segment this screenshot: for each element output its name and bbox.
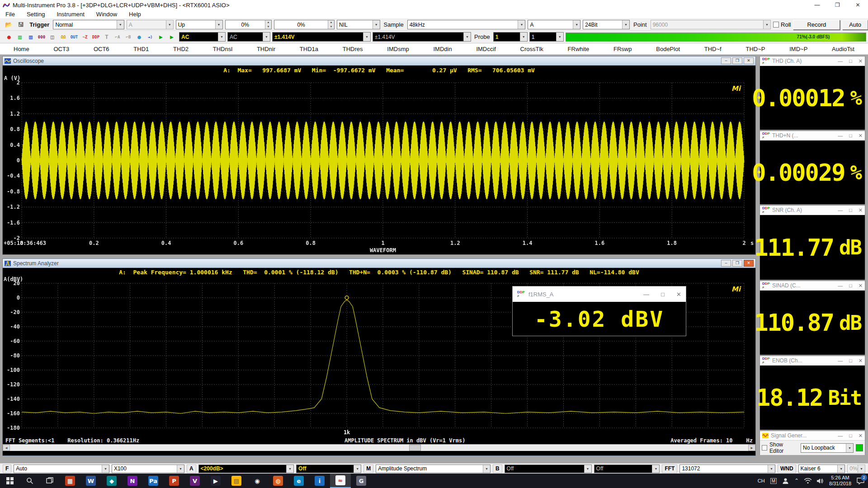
oscilloscope-close-button[interactable]: ✕ — [744, 57, 754, 64]
info-app-taskbar-icon[interactable]: i — [309, 474, 330, 488]
file-explorer-taskbar-icon[interactable]: ▤ — [226, 474, 247, 488]
menu-setting[interactable]: Setting — [27, 11, 45, 18]
loopback-select[interactable]: No Loopback▼ — [801, 443, 854, 453]
window-minimize-button[interactable]: — — [807, 2, 827, 8]
maximize-icon[interactable]: □ — [849, 58, 852, 64]
run-icon[interactable]: ▶ — [156, 33, 166, 42]
window-function-select[interactable]: Kaiser 6▼ — [798, 465, 845, 473]
analysis-mode-select[interactable]: Amplitude Spectrum▼ — [376, 465, 491, 473]
window-close-button[interactable]: ✕ — [848, 2, 868, 8]
spectrum-close-button[interactable]: ✕ — [744, 260, 754, 267]
record-dot-icon[interactable]: ● — [4, 33, 14, 42]
tab-thd1a[interactable]: THD1a — [300, 46, 318, 52]
trigger-mode-select[interactable]: Normal▼ — [53, 20, 124, 29]
task-view-button[interactable] — [40, 474, 60, 488]
action-center-button[interactable]: 2 — [857, 478, 864, 484]
minimize-icon[interactable]: — — [838, 358, 843, 364]
spectrum-analyzer-icon[interactable]: ▥ — [25, 33, 36, 42]
sound-output-icon[interactable]: ◄) — [145, 33, 156, 42]
probe-cal-icon[interactable]: T — [101, 33, 112, 42]
close-icon[interactable]: ✕ — [859, 283, 863, 289]
minimize-icon[interactable]: — — [838, 207, 843, 213]
zoom-select[interactable]: X100▼ — [112, 465, 184, 473]
maximize-icon[interactable]: □ — [849, 358, 852, 364]
spectrum-minimize-button[interactable]: – — [721, 260, 731, 267]
oscilloscope-maximize-button[interactable]: ❐ — [732, 57, 742, 64]
range-display-b-select[interactable]: Off▼ — [505, 465, 592, 473]
tab-frwhite[interactable]: FRwhite — [568, 46, 590, 52]
minimize-icon[interactable]: — — [838, 133, 843, 139]
minimize-icon[interactable]: — — [643, 291, 649, 298]
multimeter-icon[interactable]: 000 — [36, 33, 47, 42]
people-icon[interactable] — [782, 478, 789, 484]
capture-tool-taskbar-icon[interactable]: G — [351, 474, 372, 488]
close-icon[interactable]: ✕ — [859, 133, 863, 139]
tab-thdnir[interactable]: THDnir — [257, 46, 275, 52]
auto-button[interactable]: Auto — [842, 20, 868, 30]
close-icon[interactable]: ✕ — [859, 207, 863, 213]
tab-audiotst[interactable]: AudioTst — [832, 46, 854, 52]
probe-a-select[interactable]: 1▼ — [493, 32, 528, 42]
menu-instrument[interactable]: Instrument — [57, 11, 84, 18]
point-count-select[interactable]: 96000▼ — [651, 20, 771, 29]
teal-app-taskbar-icon[interactable]: ◆ — [101, 474, 122, 488]
oscilloscope-minimize-button[interactable]: – — [721, 57, 731, 64]
tab-imddin[interactable]: IMDdin — [433, 46, 452, 52]
close-icon[interactable]: ✕ — [859, 58, 863, 64]
tab-thd2[interactable]: THD2 — [173, 46, 189, 52]
open-file-icon[interactable]: 📂 — [4, 20, 14, 29]
maximize-icon[interactable]: □ — [849, 133, 852, 139]
multi-instrument-taskbar-icon[interactable]: ≈ — [330, 474, 351, 488]
menu-file[interactable]: File — [5, 11, 15, 18]
spectrum-3d-icon[interactable]: ◫ — [47, 33, 58, 42]
maximize-icon[interactable]: □ — [661, 291, 665, 298]
tab-thd~p[interactable]: THD~P — [745, 46, 765, 52]
tab-oct6[interactable]: OCT6 — [94, 46, 109, 52]
tab-imdsmp[interactable]: IMDsmp — [387, 46, 409, 52]
language-indicator[interactable]: CH — [758, 478, 765, 483]
search-button[interactable] — [20, 474, 40, 488]
paint-3d-taskbar-icon[interactable]: Pa — [143, 474, 164, 488]
onenote-taskbar-icon[interactable]: N — [122, 474, 143, 488]
tray-expand-icon[interactable]: ⌃ — [794, 478, 799, 484]
tab-crosstlk[interactable]: CrossTlk — [520, 46, 543, 52]
spectrum-hscrollbar[interactable]: ◄ ► — [3, 444, 755, 451]
trigger-edge-select[interactable]: Up▼ — [176, 20, 223, 29]
tab-thdnsl[interactable]: THDnsl — [213, 46, 232, 52]
spectrum-maximize-button[interactable]: ❐ — [732, 260, 742, 267]
device-test-plan-icon[interactable]: ~Z — [80, 33, 90, 42]
input-hold-icon[interactable]: ● — [134, 33, 145, 42]
minimize-icon[interactable]: — — [838, 433, 843, 439]
tab-frswp[interactable]: FRswp — [613, 46, 632, 52]
range-display-a2-select[interactable]: Off▼ — [296, 465, 361, 473]
ddp-viewer-icon[interactable]: DDP — [90, 33, 101, 42]
tab-bodeplot[interactable]: BodePlot — [656, 46, 680, 52]
generator-run-button[interactable] — [856, 444, 863, 451]
range-a-select[interactable]: ±1.414V▼ — [272, 32, 371, 42]
tab-oct3[interactable]: OCT3 — [53, 46, 69, 52]
close-icon[interactable]: ✕ — [859, 358, 863, 364]
word-taskbar-icon[interactable]: W — [80, 474, 101, 488]
minimize-icon[interactable]: — — [838, 283, 843, 289]
show-editor-checkbox[interactable] — [762, 445, 767, 450]
range-display-b2-select[interactable]: Off▼ — [594, 465, 660, 473]
maximize-icon[interactable]: □ — [849, 283, 852, 289]
overlap-select[interactable]: 0%▼ — [847, 465, 865, 473]
trigger-delay-spinner[interactable]: 0%▲▼ — [274, 20, 335, 29]
probe-b-select[interactable]: 1▼ — [529, 32, 564, 42]
volume-icon[interactable] — [817, 478, 824, 484]
menu-help[interactable]: Help — [129, 11, 141, 18]
sample-channel-select[interactable]: A▼ — [528, 20, 580, 29]
maximize-icon[interactable]: □ — [849, 433, 852, 439]
scroll-right-icon[interactable]: ► — [748, 445, 755, 451]
range-b-select[interactable]: ±1.414V▼ — [373, 32, 471, 42]
tab-imd~p[interactable]: IMD~P — [789, 46, 807, 52]
trigger-nil-select[interactable]: NIL▼ — [337, 20, 380, 29]
align-b-icon[interactable]: ⌐B — [123, 33, 134, 42]
minimize-icon[interactable]: — — [838, 58, 843, 64]
close-icon[interactable]: ✕ — [676, 291, 681, 298]
menu-window[interactable]: Window — [96, 11, 117, 18]
media-player-taskbar-icon[interactable]: ▶ — [205, 474, 226, 488]
maximize-icon[interactable]: □ — [849, 207, 852, 213]
scroll-left-icon[interactable]: ◄ — [3, 445, 10, 451]
